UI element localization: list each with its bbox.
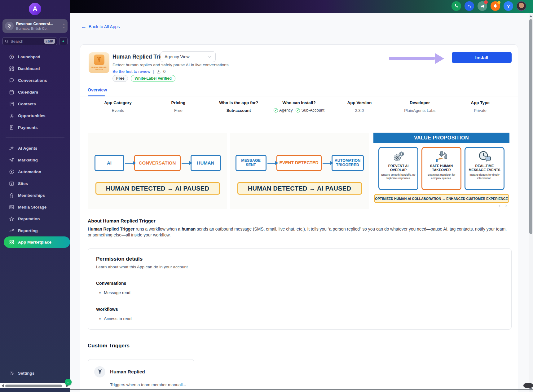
sidebar-item-label: Media Storage: [18, 205, 46, 209]
permission-section-title: Conversations: [96, 281, 503, 286]
bell-icon[interactable]: [491, 1, 500, 11]
about-heading: About Human Replied Trigger: [88, 218, 156, 224]
sidebar-collapse-button[interactable]: ‹: [65, 379, 72, 385]
sidebar-item-media-storage[interactable]: Media Storage: [0, 201, 70, 213]
screenshot-diagram-1[interactable]: AI CONVERSATION HUMAN HUMAN DETECTED → A…: [88, 133, 227, 209]
about-bold-app-name: Human Replied Trigger: [88, 227, 134, 231]
grid-icon: [9, 240, 14, 245]
top-bar: ?: [70, 0, 533, 13]
gear-icon: [9, 370, 14, 376]
custom-trigger-card[interactable]: Human Replied Triggers when a team membe…: [88, 359, 194, 392]
sidebar-item-label: Reputation: [18, 217, 40, 221]
sidebar-item-dashboard[interactable]: Dashboard: [0, 63, 70, 74]
info-value: Sub-account: [209, 108, 269, 113]
sidebar-item-label: Marketing: [18, 158, 38, 162]
diagram-banner: HUMAN DETECTED → AI PAUSED: [95, 182, 220, 195]
view-selector-dropdown[interactable]: Agency View: [161, 51, 216, 62]
sidebar-item-settings[interactable]: Settings: [0, 367, 70, 379]
quick-actions-button[interactable]: [59, 37, 68, 45]
sidebar-item-reputation[interactable]: Reputation: [0, 213, 70, 225]
scroll-left-arrow[interactable]: [2, 384, 4, 387]
sidebar-item-calendars[interactable]: Calendars: [0, 86, 70, 98]
sidebar-item-label: Payments: [18, 125, 38, 130]
diagram-box: HUMAN: [191, 155, 221, 171]
sidebar-item-label: Reporting: [18, 228, 38, 233]
search-input[interactable]: [11, 39, 35, 44]
carousel-next-icon[interactable]: ›: [505, 202, 507, 209]
sidebar-item-payments[interactable]: Payments: [0, 121, 70, 133]
carousel-prev-icon[interactable]: ‹: [499, 202, 500, 209]
hand-mic-icon: [424, 150, 459, 164]
sidebar-item-reporting[interactable]: Reporting: [0, 225, 70, 236]
info-check-value: Sub-Account: [301, 108, 324, 112]
value-prop-card-desc: Instant triggers for timely intervention…: [467, 173, 502, 180]
custom-trigger-title: Human Replied: [110, 369, 145, 375]
search-input-wrap[interactable]: ctrlK: [2, 37, 57, 45]
sidebar-item-contacts[interactable]: Contacts: [0, 98, 70, 110]
app-logo[interactable]: A: [29, 3, 41, 15]
sidebar-horizontal-scrollbar[interactable]: [0, 383, 70, 388]
active-tab-underline: [88, 95, 105, 96]
sidebar-item-sites[interactable]: Sites: [0, 178, 70, 189]
info-value: Events: [88, 108, 148, 113]
sidebar-item-app-marketplace[interactable]: App Marketplace: [4, 236, 70, 248]
review-link[interactable]: Be the first to review: [112, 69, 150, 74]
back-to-all-apps-link[interactable]: ← Back to All Apps: [81, 24, 120, 30]
star-icon: [9, 216, 14, 222]
sidebar-item-marketing[interactable]: Marketing: [0, 154, 70, 166]
horizontal-scrollbar-thumb[interactable]: [523, 383, 533, 388]
free-badge: Free: [112, 75, 128, 82]
value-prop-banner: OPTIMIZED HUMAN-AI COLLABORATION → ENHAN…: [374, 194, 509, 203]
custom-triggers-heading: Custom Triggers: [88, 343, 130, 349]
sidebar-item-label: Memberships: [18, 193, 45, 198]
info-value: 2.3.0: [329, 108, 390, 113]
info-value: Private: [450, 108, 510, 113]
sidebar-item-label: Settings: [18, 371, 34, 376]
sidebar-item-label: Calendars: [18, 90, 38, 95]
sidebar-item-memberships[interactable]: Memberships: [0, 189, 70, 201]
install-button[interactable]: Install: [452, 52, 512, 63]
info-label: App Type: [450, 100, 510, 105]
scroll-up-arrow[interactable]: [529, 15, 532, 17]
permission-item: Access to read: [99, 316, 503, 321]
avatar[interactable]: [517, 1, 526, 11]
contacts-book-icon: [9, 101, 14, 107]
help-icon[interactable]: ?: [504, 1, 513, 11]
value-prop-card: REAL-TIME MESSAGE EVENTS Instant trigger…: [465, 147, 504, 190]
launchpad-icon: [9, 54, 14, 59]
screenshot-diagram-2[interactable]: MESSAGE SENT EVENT DETECTED AUTOMATION T…: [230, 133, 369, 209]
value-prop-card-desc: Ensure smooth handoffs, no duplicate res…: [381, 173, 416, 180]
sidebar-item-launchpad[interactable]: Launchpad: [0, 51, 70, 63]
sidebar-item-opportunities[interactable]: Opportunities: [0, 110, 70, 121]
diagram-box: MESSAGE SENT: [236, 155, 266, 171]
app-icon-caption: HUMAN REPLIED: [91, 66, 106, 68]
sidebar-item-automation[interactable]: Automation: [0, 166, 70, 178]
vertical-scrollbar[interactable]: [529, 13, 533, 392]
chevron-up-down-icon: ⌃⌄: [63, 24, 65, 28]
sparkles-icon[interactable]: [465, 1, 474, 11]
person-arms-up-icon: [94, 366, 105, 377]
scrollbar-thumb[interactable]: [5, 385, 62, 387]
award-ribbon-icon: [9, 192, 14, 198]
phone-icon[interactable]: [452, 1, 461, 11]
sidebar-item-ai-agents[interactable]: AI Agents: [0, 142, 70, 154]
account-location: Burnaby, British Co...: [16, 27, 63, 30]
account-switcher[interactable]: Revenue Conversi... Burnaby, British Co.…: [2, 19, 68, 33]
promo-arrow: [389, 57, 435, 60]
search-icon: [5, 39, 9, 43]
permission-details-card: Permission details Learn about what this…: [88, 248, 512, 330]
permission-item-label: Access to read: [104, 316, 131, 321]
value-prop-card: PREVENT AI OVERLAP Ensure smooth handoff…: [378, 147, 418, 190]
chat-bubble-icon: [9, 77, 14, 83]
tab-overview[interactable]: Overview: [88, 87, 107, 95]
notification-dot: [484, 0, 488, 4]
notification-dot: [497, 1, 500, 4]
megaphone-icon[interactable]: [478, 1, 487, 11]
scrollbar-thumb[interactable]: [529, 19, 532, 234]
screenshot-value-proposition[interactable]: VALUE PROPOSITION PREVENT AI OVERLAP Ens…: [372, 133, 511, 209]
info-label: App Version: [329, 100, 390, 105]
diagram-box: AI: [95, 155, 124, 171]
sidebar-item-conversations[interactable]: Conversations: [0, 74, 70, 86]
back-arrow-icon: ←: [81, 24, 86, 30]
lightning-icon: [62, 39, 65, 43]
